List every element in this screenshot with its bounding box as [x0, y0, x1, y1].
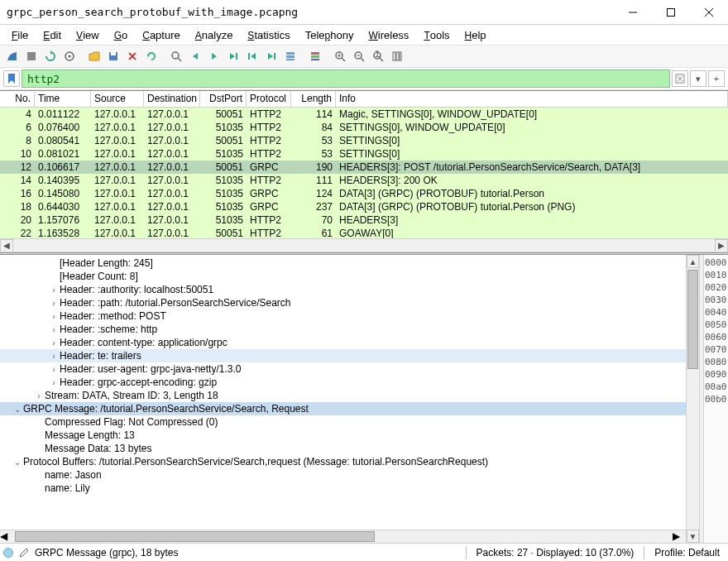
filter-expression-icon[interactable]: ▾ — [690, 70, 706, 87]
filter-add-icon[interactable]: + — [708, 70, 725, 87]
table-row[interactable]: 140.140395127.0.0.1127.0.0.151035HTTP211… — [0, 174, 728, 187]
expander-icon[interactable]: › — [48, 365, 60, 374]
table-row[interactable]: 180.644030127.0.0.1127.0.0.151035GRPC237… — [0, 200, 728, 213]
expander-icon[interactable]: › — [48, 285, 60, 295]
shark-fin-icon[interactable] — [3, 47, 22, 65]
expander-icon[interactable]: ⌄ — [12, 405, 23, 414]
table-row[interactable]: 221.163528127.0.0.1127.0.0.150051HTTP261… — [0, 227, 728, 238]
expander-icon[interactable]: › — [48, 299, 60, 308]
col-proto[interactable]: Protocol — [247, 91, 291, 107]
tree-item[interactable]: ›Header: content-type: application/grpc — [0, 336, 686, 349]
options-icon[interactable] — [60, 47, 79, 65]
bookmark-icon[interactable] — [3, 70, 20, 87]
tree-item[interactable]: Message Data: 13 bytes — [0, 442, 686, 455]
expander-icon[interactable]: › — [48, 312, 60, 321]
tree-item[interactable]: ⌄GRPC Message: /tutorial.PersonSearchSer… — [0, 402, 686, 415]
detail-hscroll[interactable]: ◀ ▶ — [0, 530, 686, 543]
tree-item[interactable]: ›Header: :method: POST — [0, 309, 686, 323]
expander-icon[interactable]: ⌄ — [12, 458, 23, 467]
reload-icon[interactable] — [142, 47, 160, 65]
menu-telephony[interactable]: Telephony — [299, 26, 361, 44]
table-row[interactable]: 160.145080127.0.0.1127.0.0.151035GRPC124… — [0, 187, 728, 200]
horizontal-scrollbar[interactable]: ◀ ▶ — [0, 238, 728, 252]
col-source[interactable]: Source — [91, 91, 144, 107]
last-icon[interactable] — [262, 47, 280, 65]
tree-item[interactable]: [Header Count: 8] — [0, 270, 686, 283]
menu-go[interactable]: Go — [108, 26, 135, 44]
packet-details-tree[interactable]: [Header Length: 245][Header Count: 8]›He… — [0, 255, 686, 530]
bytes-pane[interactable]: 0000 0010 0020 0030 0040 0050 0060 0070 … — [703, 255, 728, 543]
stop-icon[interactable] — [22, 47, 41, 65]
expander-icon[interactable]: › — [33, 391, 45, 400]
packet-rows[interactable]: 40.011122127.0.0.1127.0.0.150051HTTP2114… — [0, 108, 728, 238]
col-dstport[interactable]: DstPort — [200, 91, 247, 107]
table-row[interactable]: 201.157076127.0.0.1127.0.0.151035HTTP270… — [0, 213, 728, 227]
prev-icon[interactable] — [186, 47, 204, 65]
minimize-button[interactable] — [614, 0, 652, 25]
table-row[interactable]: 40.011122127.0.0.1127.0.0.150051HTTP2114… — [0, 108, 728, 121]
tree-item[interactable]: Compressed Flag: Not Compressed (0) — [0, 415, 686, 429]
goto-icon[interactable] — [224, 47, 242, 65]
menu-statistics[interactable]: Statistics — [241, 26, 296, 44]
zoom-out-icon[interactable] — [350, 47, 368, 65]
col-dest[interactable]: Destination — [144, 91, 200, 107]
tree-item[interactable]: ›Header: :path: /tutorial.PersonSearchSe… — [0, 296, 686, 309]
expander-icon[interactable]: › — [48, 338, 60, 348]
table-row[interactable]: 60.076400127.0.0.1127.0.0.151035HTTP284S… — [0, 121, 728, 134]
clear-filter-icon[interactable] — [672, 70, 688, 87]
tree-item[interactable]: name: Jason — [0, 468, 686, 482]
col-len[interactable]: Length — [291, 91, 336, 107]
expander-icon[interactable]: › — [48, 352, 60, 361]
menu-view[interactable]: View — [69, 26, 106, 44]
tree-item[interactable]: ›Header: grpc-accept-encoding: gzip — [0, 376, 686, 389]
edit-icon[interactable] — [18, 547, 30, 559]
menu-analyze[interactable]: Analyze — [189, 26, 240, 44]
zoom-reset-icon[interactable]: 1 — [369, 47, 387, 65]
scroll-right-icon[interactable]: ▶ — [673, 530, 686, 543]
tree-item[interactable]: ⌄Protocol Buffers: /tutorial.PersonSearc… — [0, 455, 686, 468]
menu-help[interactable]: Help — [458, 26, 493, 44]
scroll-down-icon[interactable]: ▼ — [687, 530, 699, 543]
auto-scroll-icon[interactable] — [281, 47, 299, 65]
expert-info-icon[interactable] — [3, 548, 13, 558]
tree-item[interactable]: ›Stream: DATA, Stream ID: 3, Length 18 — [0, 389, 686, 402]
tree-item[interactable]: ›Header: user-agent: grpc-java-netty/1.3… — [0, 362, 686, 376]
status-profile[interactable]: Profile: Default — [649, 547, 725, 559]
save-icon[interactable] — [104, 47, 122, 65]
tree-item[interactable]: ›Header: te: trailers — [0, 349, 686, 362]
next-icon[interactable] — [205, 47, 223, 65]
scrollbar-thumb[interactable] — [687, 270, 698, 369]
scroll-left-icon[interactable]: ◀ — [0, 239, 13, 252]
table-row[interactable]: 80.080541127.0.0.1127.0.0.150051HTTP253S… — [0, 134, 728, 147]
expander-icon[interactable]: › — [48, 325, 60, 334]
tree-item[interactable]: ›Header: :scheme: http — [0, 323, 686, 336]
scroll-up-icon[interactable]: ▲ — [687, 255, 699, 268]
zoom-in-icon[interactable] — [331, 47, 349, 65]
find-icon[interactable] — [167, 47, 185, 65]
menu-tools[interactable]: Tools — [417, 26, 456, 44]
display-filter-input[interactable] — [22, 70, 670, 88]
resize-cols-icon[interactable] — [388, 47, 406, 65]
expander-icon[interactable]: › — [48, 378, 60, 387]
table-row[interactable]: 120.106617127.0.0.1127.0.0.150051GRPC190… — [0, 161, 728, 174]
menu-edit[interactable]: Edit — [36, 26, 68, 44]
col-no[interactable]: No. — [0, 91, 35, 107]
close-button[interactable] — [690, 0, 728, 25]
col-info[interactable]: Info — [336, 91, 728, 107]
table-row[interactable]: 100.081021127.0.0.1127.0.0.151035HTTP253… — [0, 147, 728, 161]
menu-file[interactable]: File — [5, 26, 35, 44]
close-file-icon[interactable] — [123, 47, 141, 65]
scroll-right-icon[interactable]: ▶ — [715, 239, 728, 252]
column-headers[interactable]: No. Time Source Destination DstPort Prot… — [0, 91, 728, 108]
vertical-scrollbar[interactable]: ▲ ▼ — [686, 255, 699, 543]
first-icon[interactable] — [243, 47, 261, 65]
col-time[interactable]: Time — [35, 91, 91, 107]
colorize-icon[interactable] — [306, 47, 324, 65]
scroll-left-icon[interactable]: ◀ — [0, 530, 13, 543]
tree-item[interactable]: [Header Length: 245] — [0, 257, 686, 270]
open-icon[interactable] — [85, 47, 103, 65]
restart-icon[interactable] — [41, 47, 60, 65]
tree-item[interactable]: name: Lily — [0, 482, 686, 495]
tree-item[interactable]: Message Length: 13 — [0, 429, 686, 442]
menu-capture[interactable]: Capture — [136, 26, 187, 44]
